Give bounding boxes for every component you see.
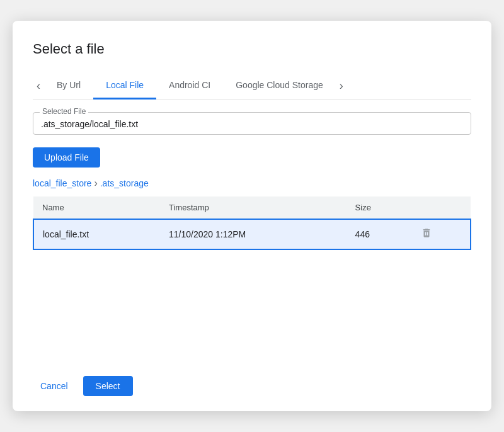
- dialog-title: Select a file: [33, 41, 471, 57]
- col-name: Name: [33, 196, 160, 219]
- tab-next-button[interactable]: ›: [336, 74, 347, 98]
- breadcrumb-root-link[interactable]: local_file_store: [33, 178, 91, 188]
- table-body: local_file.txt 11/10/2020 1:12PM 446: [33, 219, 471, 249]
- select-button[interactable]: Select: [83, 376, 133, 396]
- table-header: Name Timestamp Size: [33, 196, 471, 219]
- tab-google-cloud-storage[interactable]: Google Cloud Storage: [223, 72, 336, 99]
- upload-file-button[interactable]: Upload File: [33, 147, 100, 168]
- cell-name: local_file.txt: [33, 219, 160, 249]
- tabs-row: ‹ By Url Local File Android CI Google Cl…: [33, 72, 471, 99]
- col-size: Size: [346, 196, 413, 219]
- tab-local-file[interactable]: Local File: [93, 72, 156, 99]
- breadcrumb: local_file_store › .ats_storage: [33, 178, 471, 189]
- selected-file-field: Selected File .ats_storage/local_file.tx…: [33, 112, 471, 135]
- col-timestamp: Timestamp: [160, 196, 346, 219]
- table-row[interactable]: local_file.txt 11/10/2020 1:12PM 446: [33, 219, 471, 249]
- select-file-dialog: Select a file ‹ By Url Local File Androi…: [13, 21, 491, 411]
- col-actions: [412, 196, 471, 219]
- tab-prev-button[interactable]: ‹: [33, 74, 44, 98]
- field-label: Selected File: [40, 107, 88, 116]
- cell-timestamp: 11/10/2020 1:12PM: [160, 219, 346, 249]
- tab-by-url[interactable]: By Url: [44, 72, 93, 99]
- cancel-button[interactable]: Cancel: [33, 376, 76, 396]
- table-header-row: Name Timestamp Size: [33, 196, 471, 219]
- cell-size: 446: [346, 219, 413, 249]
- field-value: .ats_storage/local_file.txt: [41, 118, 463, 129]
- breadcrumb-separator: ›: [94, 178, 97, 189]
- tab-content: Selected File .ats_storage/local_file.tx…: [33, 99, 471, 361]
- cell-delete[interactable]: [412, 219, 471, 249]
- breadcrumb-current[interactable]: .ats_storage: [100, 178, 149, 188]
- tab-android-ci[interactable]: Android CI: [156, 72, 223, 99]
- dialog-footer: Cancel Select: [33, 361, 471, 396]
- file-table: Name Timestamp Size local_file.txt 11/10…: [33, 196, 471, 250]
- delete-icon[interactable]: [421, 230, 432, 241]
